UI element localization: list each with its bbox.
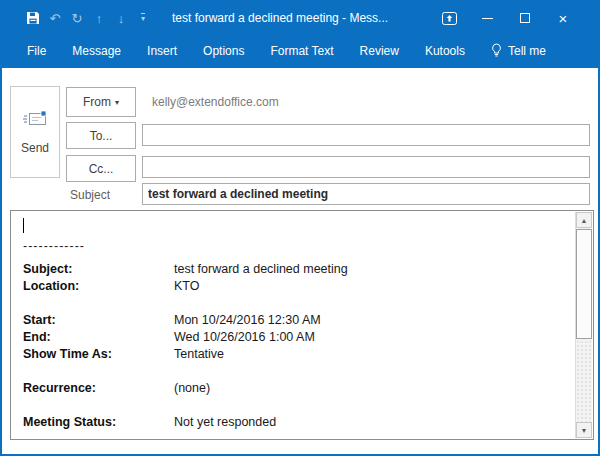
title-bar[interactable]: ↶ ↻ ↑ ↓ ▾ test forward a declined meetin… <box>2 2 598 34</box>
customize-quick-access-icon[interactable]: ▾ <box>132 13 154 23</box>
undo-icon[interactable]: ↶ <box>44 12 66 25</box>
from-label: From <box>83 95 111 109</box>
tab-review[interactable]: Review <box>347 34 412 68</box>
from-address: kelly@extendoffice.com <box>152 95 279 109</box>
scrollbar-thumb[interactable] <box>576 229 592 339</box>
ribbon-display-options-icon[interactable] <box>430 2 468 34</box>
minimize-button[interactable] <box>468 2 506 34</box>
minimize-icon <box>482 18 493 19</box>
detail-row-location: Location: KTO <box>23 278 575 295</box>
lightbulb-icon <box>491 43 502 60</box>
to-button[interactable]: To... <box>66 122 136 149</box>
scroll-down-button[interactable]: ▼ <box>576 422 592 438</box>
detail-row-subject: Subject: test forward a declined meeting <box>23 261 575 278</box>
meeting-details: Subject: test forward a declined meeting… <box>23 261 575 431</box>
save-icon[interactable] <box>22 11 44 25</box>
detail-row-end: End: Wed 10/26/2016 1:00 AM <box>23 329 575 346</box>
to-input[interactable] <box>142 124 590 146</box>
close-button[interactable]: × <box>544 2 582 34</box>
cc-button[interactable]: Cc... <box>66 155 136 182</box>
scroll-down-icon: ▼ <box>581 427 588 434</box>
from-button[interactable]: From ▾ <box>66 87 136 117</box>
maximize-button[interactable] <box>506 2 544 34</box>
body-scrollbar[interactable]: ▲ ▼ <box>575 212 592 438</box>
tab-message[interactable]: Message <box>59 34 134 68</box>
tab-options[interactable]: Options <box>190 34 257 68</box>
message-body: ------------ Subject: test forward a dec… <box>10 210 594 440</box>
from-dropdown-icon: ▾ <box>115 98 119 107</box>
window-controls: × <box>430 2 582 34</box>
scroll-up-button[interactable]: ▲ <box>576 212 592 228</box>
detail-row-meeting-status: Meeting Status: Not yet responded <box>23 414 575 431</box>
tab-file[interactable]: File <box>14 34 59 68</box>
send-label: Send <box>21 141 49 155</box>
tab-tell-me[interactable]: Tell me <box>478 34 559 68</box>
move-down-icon[interactable]: ↓ <box>110 12 132 25</box>
cc-input[interactable] <box>142 156 590 178</box>
message-window: ↶ ↻ ↑ ↓ ▾ test forward a declined meetin… <box>0 0 600 456</box>
tab-insert[interactable]: Insert <box>134 34 190 68</box>
text-cursor <box>23 218 24 233</box>
quick-access-toolbar: ↶ ↻ ↑ ↓ ▾ <box>22 11 154 25</box>
scroll-up-icon: ▲ <box>581 217 588 224</box>
ribbon-tab-bar: File Message Insert Options Format Text … <box>2 34 598 68</box>
send-button[interactable]: Send <box>10 86 60 178</box>
send-envelope-icon <box>22 109 48 133</box>
detail-row-show-time-as: Show Time As: Tentative <box>23 346 575 363</box>
subject-input[interactable] <box>142 183 590 205</box>
detail-row-recurrence: Recurrence: (none) <box>23 380 575 397</box>
move-up-icon[interactable]: ↑ <box>88 12 110 25</box>
tab-kutools[interactable]: Kutools <box>412 34 478 68</box>
detail-row-start: Start: Mon 10/24/2016 12:30 AM <box>23 312 575 329</box>
tell-me-label: Tell me <box>508 44 546 58</box>
message-header-form: Send From ▾ kelly@extendoffice.com To...… <box>2 68 598 209</box>
message-body-editor[interactable]: ------------ Subject: test forward a dec… <box>11 211 575 439</box>
tab-format-text[interactable]: Format Text <box>257 34 346 68</box>
redo-icon[interactable]: ↻ <box>66 12 88 25</box>
subject-label: Subject <box>70 188 110 202</box>
window-title: test forward a declined meeting - Mess..… <box>172 11 430 25</box>
separator-line: ------------ <box>23 239 575 253</box>
close-icon: × <box>559 11 568 26</box>
maximize-icon <box>520 13 530 23</box>
